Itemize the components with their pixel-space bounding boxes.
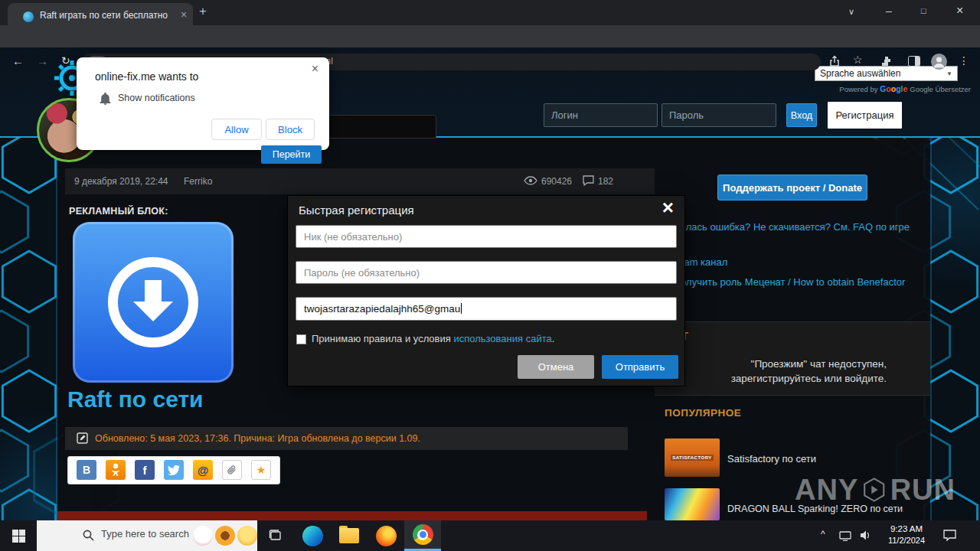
chat-message: "Проезжим" чат недоступен, зарегистрируй…	[674, 357, 887, 386]
maximize-button[interactable]: □	[921, 6, 926, 15]
article-date: 9 декабря 2019, 22:44	[74, 176, 168, 187]
comments-icon	[583, 175, 594, 186]
favorites-star-icon[interactable]: ★	[251, 460, 271, 480]
popular-item-title[interactable]: Satisfactory по сети	[727, 453, 928, 465]
edge-taskbar-button[interactable]	[294, 520, 331, 551]
task-view-icon	[269, 530, 283, 542]
block-button[interactable]: Block	[266, 119, 315, 140]
file-explorer-taskbar-button[interactable]	[331, 520, 368, 551]
share-icon[interactable]	[828, 55, 841, 67]
language-select-value: Sprache auswählen	[820, 68, 900, 79]
chrome-taskbar-button[interactable]	[404, 520, 441, 551]
tray-expand-icon[interactable]: ^	[821, 529, 825, 540]
new-tab-button[interactable]: +	[199, 4, 207, 19]
update-notice-text: Обновлено: 5 мая 2023, 17:36. Причина: И…	[95, 433, 420, 444]
modal-password-input[interactable]	[296, 261, 677, 284]
screen: Вход Регистрация Sprache auswählen ▼ Pow…	[0, 0, 980, 551]
password-input[interactable]	[662, 103, 776, 127]
bell-icon	[100, 92, 111, 105]
article-author[interactable]: Ferriko	[184, 176, 212, 187]
refresh-icon[interactable]: ↻	[61, 54, 70, 67]
nickname-input[interactable]	[296, 225, 677, 248]
submit-button[interactable]: Отправить	[602, 355, 678, 379]
window-close-button[interactable]: ×	[956, 4, 963, 18]
modal-close-icon[interactable]: ×	[662, 196, 674, 220]
tab-title: Raft играть по сети бесплатно	[40, 10, 176, 21]
watermark-run: RUN	[890, 474, 956, 507]
file-explorer-icon	[339, 528, 359, 543]
action-center-icon[interactable]	[943, 530, 956, 541]
task-view-button[interactable]	[257, 520, 294, 551]
taskbar-clock[interactable]: 9:23 AM 11/2/2024	[879, 523, 934, 546]
tab-close-icon[interactable]: ×	[181, 8, 187, 21]
login-button[interactable]: Вход	[786, 103, 817, 127]
comments-count[interactable]: 182	[598, 176, 613, 187]
anyrun-logo-icon	[861, 472, 887, 507]
taskbar-search[interactable]	[37, 520, 257, 551]
edit-icon	[77, 432, 88, 444]
notification-permission-popup: online-fix.me wants to × Show notificati…	[77, 57, 329, 150]
anyrun-watermark: ANY RUN	[795, 468, 956, 511]
ad-block-label: РЕКЛАМНЫЙ БЛОК:	[69, 206, 168, 217]
menu-icon[interactable]: ⋮	[959, 54, 969, 67]
login-input[interactable]	[544, 103, 658, 127]
site-favicon	[23, 11, 34, 22]
side-panel-icon[interactable]	[908, 56, 920, 67]
start-button[interactable]	[0, 520, 37, 551]
powered-by-label: Powered by	[839, 85, 877, 93]
firefox-taskbar-button[interactable]	[368, 520, 404, 551]
translator-label: Google Übersetzer	[910, 85, 971, 93]
terms-suffix: .	[552, 333, 555, 344]
search-icon	[83, 530, 94, 541]
sidebar-link-faq[interactable]: Появилась ошибка? Не скачивается? См. FA…	[657, 220, 928, 233]
text-cursor	[461, 303, 462, 314]
ad-banner-download-icon[interactable]	[73, 222, 234, 383]
skull-emoji-icon[interactable]	[193, 526, 213, 546]
windows-icon	[12, 530, 25, 543]
popular-item-thumbnail[interactable]	[665, 488, 720, 520]
volume-icon[interactable]	[861, 530, 871, 540]
popup-close-icon[interactable]: ×	[312, 62, 318, 76]
terms-link[interactable]: использования сайта	[453, 333, 551, 344]
extensions-icon[interactable]	[880, 55, 893, 67]
chat-message-line1: "Проезжим" чат недоступен,	[674, 357, 887, 371]
modal-title: Быстрая регистрация	[299, 204, 414, 217]
browser-tab[interactable]: Raft играть по сети бесплатно ×	[8, 3, 193, 25]
download-arrow-shaft	[145, 280, 162, 303]
download-arrow-head	[133, 302, 173, 321]
bookmark-star-icon[interactable]: ☆	[853, 54, 863, 66]
popular-item-thumbnail[interactable]: SATISFACTORY	[665, 439, 720, 477]
terms-text: Принимаю правила и условия использования…	[312, 333, 554, 344]
google-logo: Google	[880, 84, 910, 93]
twitter-icon[interactable]	[164, 460, 184, 480]
go-button[interactable]: Перейти	[261, 145, 322, 164]
facebook-icon[interactable]: f	[135, 460, 155, 480]
marigold-emoji-icon[interactable]	[237, 526, 257, 546]
views-icon	[524, 176, 537, 185]
views-count: 690426	[541, 176, 572, 187]
chrome-icon	[413, 524, 433, 545]
profile-avatar[interactable]	[931, 54, 947, 70]
link-icon[interactable]	[222, 460, 242, 480]
email-input[interactable]: twojasrtarazapiedalajhh65@gmau	[296, 297, 677, 321]
popular-heading: ПОПУЛЯРНОЕ	[665, 407, 741, 419]
minimize-button[interactable]: –	[886, 5, 892, 17]
vk-icon[interactable]: В	[77, 460, 96, 480]
donate-button[interactable]: Поддержать проект / Donate	[717, 174, 867, 201]
flower-emoji-icon[interactable]	[215, 526, 235, 546]
sidebar-link-telegram[interactable]: Telegram канал	[657, 256, 928, 269]
back-icon[interactable]: ←	[12, 54, 24, 67]
terms-prefix: Принимаю правила и условия	[312, 333, 453, 344]
terms-checkbox[interactable]	[296, 334, 306, 344]
mailru-icon[interactable]: @	[193, 460, 213, 480]
register-button[interactable]: Регистрация	[828, 102, 902, 129]
quick-registration-modal: Быстрая регистрация × twojasrtarazapieda…	[287, 195, 685, 386]
tab-search-chevron-icon[interactable]: ∨	[848, 7, 854, 17]
sidebar-link-mecenat[interactable]: Как получить роль Меценат / How to obtai…	[657, 276, 928, 302]
chat-message-line2: зарегистрируйтесь или войдите.	[674, 371, 887, 386]
cancel-button[interactable]: Отмена	[518, 355, 594, 379]
odnoklassniki-icon[interactable]	[106, 460, 126, 480]
allow-button[interactable]: Allow	[211, 119, 262, 140]
network-icon[interactable]	[839, 531, 851, 541]
forward-icon[interactable]: →	[37, 54, 48, 67]
